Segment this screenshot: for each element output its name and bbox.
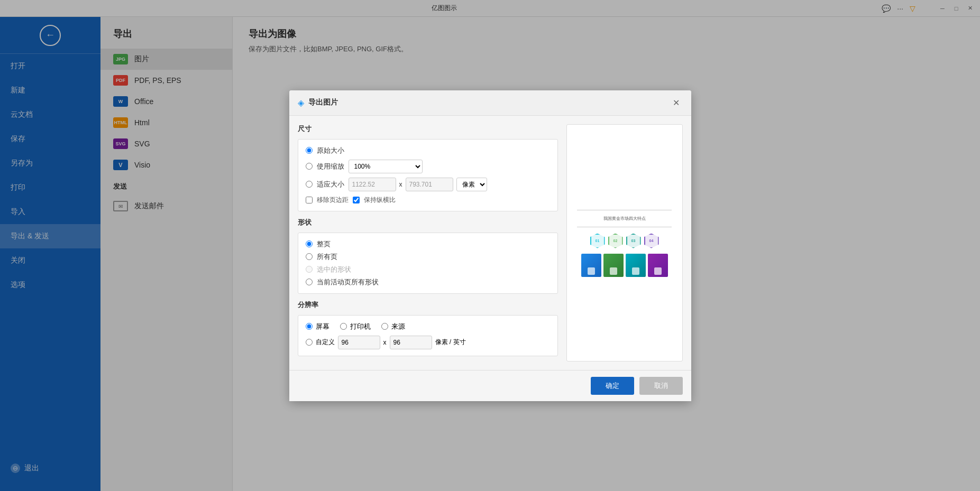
preview-title: 我国黄金市场四大特点 [603, 216, 646, 221]
size-inputs: x 像素 [349, 178, 487, 191]
width-input[interactable] [349, 178, 396, 191]
card-icon-1 [588, 267, 595, 275]
card-icon-4 [654, 267, 662, 275]
screen-radio-label[interactable]: 屏幕 [306, 322, 329, 331]
dialog-body: 尺寸 原始大小 使用缩放 100% [289, 116, 691, 370]
dialog-close-button[interactable]: ✕ [670, 97, 683, 109]
custom-label: 自定义 [316, 338, 335, 347]
shape-active-row: 当前活动页所有形状 [306, 277, 550, 287]
preview-hex-4: 04 [644, 234, 659, 248]
dialog-footer: 确定 取消 [289, 370, 691, 401]
custom-y-container [390, 336, 432, 349]
card-icon-3 [632, 267, 639, 275]
custom-x-input[interactable] [338, 336, 380, 349]
preview-line-top [577, 210, 671, 210]
shape-all-radio[interactable] [306, 253, 313, 260]
height-input[interactable] [406, 178, 453, 191]
source-radio-label[interactable]: 来源 [381, 322, 405, 331]
preview-content: 我国黄金市场四大特点 01 02 03 04 [567, 125, 682, 361]
preview-card-2 [603, 254, 624, 277]
size-original-label: 原始大小 [317, 146, 344, 155]
dialog-header-left: ◈ 导出图片 [298, 98, 338, 108]
screen-label: 屏幕 [316, 322, 329, 331]
size-separator: x [399, 181, 402, 188]
resolution-custom: 自定义 x 像素 / 英寸 [306, 336, 550, 349]
preview-card-4 [648, 254, 668, 277]
card-icon-2 [610, 267, 617, 275]
remove-margin-checkbox[interactable] [306, 197, 313, 203]
shape-section-box: 整页 所有页 选中的形状 当前活动页所有形状 [298, 233, 558, 294]
preview-card-1 [581, 254, 601, 277]
confirm-button[interactable]: 确定 [591, 377, 634, 395]
preview-icons-row: 01 02 03 04 [590, 234, 659, 248]
preview-line-2 [577, 227, 671, 227]
source-radio[interactable] [381, 323, 388, 330]
shape-all-row: 所有页 [306, 252, 550, 262]
size-section-label: 尺寸 [298, 124, 558, 134]
printer-label: 打印机 [350, 322, 371, 331]
preview-hex-1: 01 [590, 234, 605, 248]
dialog-left: 尺寸 原始大小 使用缩放 100% [298, 124, 558, 362]
source-label: 来源 [391, 322, 405, 331]
shape-active-label: 当前活动页所有形状 [317, 277, 379, 287]
size-fit-radio[interactable] [306, 181, 313, 188]
shape-all-label: 所有页 [317, 252, 337, 262]
dialog-overlay: ◈ 导出图片 ✕ 尺寸 原始大小 [0, 0, 980, 491]
dialog-header: ◈ 导出图片 ✕ [289, 90, 691, 116]
screen-radio[interactable] [306, 323, 313, 330]
resolution-section-box: 屏幕 打印机 来源 自定义 [298, 315, 558, 356]
shape-full-row: 整页 [306, 239, 550, 249]
shape-full-radio[interactable] [306, 240, 313, 247]
size-original-radio[interactable] [306, 147, 313, 154]
resolution-row: 屏幕 打印机 来源 [306, 322, 550, 331]
preview-cards-row [581, 254, 668, 277]
size-section-box: 原始大小 使用缩放 100% 适应大小 [298, 139, 558, 211]
shape-section-label: 形状 [298, 218, 558, 227]
custom-separator: x [383, 339, 387, 346]
shape-selected-radio[interactable] [306, 266, 313, 273]
remove-margin-label: 移除页边距 [317, 196, 349, 205]
shape-selected-row: 选中的形状 [306, 265, 550, 274]
dialog-title: 导出图片 [308, 98, 338, 107]
custom-radio[interactable] [306, 339, 313, 346]
dialog-preview: 我国黄金市场四大特点 01 02 03 04 [566, 124, 683, 362]
cancel-button[interactable]: 取消 [639, 377, 683, 395]
resolution-section-label: 分辨率 [298, 300, 558, 310]
size-scale-label: 使用缩放 [317, 162, 344, 171]
checkbox-row: 移除页边距 保持纵横比 [306, 196, 550, 205]
printer-radio[interactable] [340, 323, 347, 330]
size-fit-label: 适应大小 [317, 180, 344, 189]
custom-y-input[interactable] [390, 336, 432, 349]
preview-hex-3: 03 [626, 234, 641, 248]
preview-hex-2: 02 [608, 234, 623, 248]
custom-x-container [338, 336, 380, 349]
preview-card-3 [626, 254, 646, 277]
export-dialog: ◈ 导出图片 ✕ 尺寸 原始大小 [289, 90, 691, 401]
keep-ratio-checkbox[interactable] [353, 197, 360, 203]
custom-unit-label: 像素 / 英寸 [435, 338, 466, 347]
size-fit-row: 适应大小 x 像素 [306, 178, 550, 191]
dialog-title-icon: ◈ [298, 98, 304, 108]
printer-radio-label[interactable]: 打印机 [340, 322, 371, 331]
shape-selected-label: 选中的形状 [317, 265, 351, 274]
size-original-row: 原始大小 [306, 146, 550, 155]
keep-ratio-label: 保持纵横比 [364, 196, 396, 205]
size-scale-row: 使用缩放 100% [306, 160, 550, 173]
shape-full-label: 整页 [317, 239, 331, 249]
unit-select[interactable]: 像素 [456, 178, 487, 191]
shape-active-radio[interactable] [306, 279, 313, 285]
shape-options: 整页 所有页 选中的形状 当前活动页所有形状 [306, 239, 550, 287]
scale-select[interactable]: 100% [349, 160, 423, 173]
size-radio-group: 原始大小 使用缩放 100% 适应大小 [306, 146, 550, 191]
size-scale-radio[interactable] [306, 163, 313, 170]
